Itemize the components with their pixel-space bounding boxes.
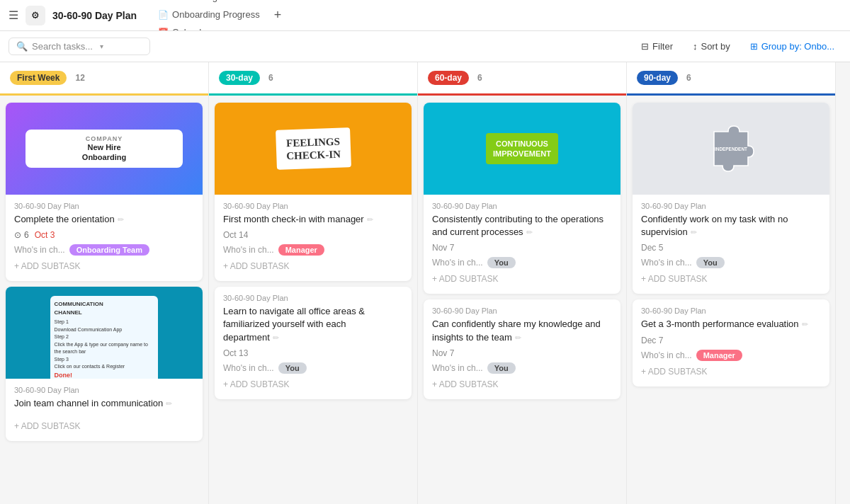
toolbar: 🔍 Search tasks... ▾ ⊟ Filter ↕ Sort by ⊞…	[0, 31, 850, 62]
assignee-row: Who's in ch... Manager	[223, 244, 403, 256]
search-box[interactable]: 🔍 Search tasks... ▾	[8, 38, 150, 55]
card-title: Complete the orientation✏	[14, 213, 194, 226]
card-info: Oct 14	[223, 230, 403, 240]
card-info: Dec 7	[641, 336, 821, 345]
assignee-badge: You	[278, 362, 307, 374]
add-subtask-button[interactable]: + ADD SUBTASK	[432, 271, 612, 287]
add-subtask-button[interactable]: + ADD SUBTASK	[641, 364, 821, 379]
assignee-label: Who's in ch...	[641, 258, 692, 268]
card-date: Oct 14	[223, 230, 248, 240]
card[interactable]: 30-60-90 Day Plan Learn to navigate all …	[215, 287, 412, 399]
assignee-row: Who's in ch... You	[432, 257, 612, 268]
nav-tab-plan[interactable]: ☰Onboarding Plan	[151, 0, 267, 6]
menu-icon[interactable]: ☰	[8, 8, 18, 22]
cards-area-first-week: COMPANY New HireOnboarding 30-60-90 Day …	[0, 96, 208, 504]
subtask-count: ⊙ 6	[14, 230, 29, 240]
card-body: 30-60-90 Day Plan Learn to navigate all …	[215, 287, 412, 399]
column-count-day30: 6	[268, 73, 273, 83]
sort-label: Sort by	[701, 41, 730, 52]
card-body: 30-60-90 Day Plan Join team channel in c…	[6, 379, 203, 441]
board: First Week 12 COMPANY New HireOnboarding…	[0, 62, 850, 504]
edit-icon[interactable]: ✏	[273, 333, 279, 342]
subtask-number: 6	[24, 230, 29, 240]
filter-icon: ⊟	[641, 41, 649, 52]
column-header-day60: 60-day 6	[418, 62, 626, 96]
card-info: ⊙ 6 Oct 3	[14, 230, 194, 240]
card-body: 30-60-90 Day Plan Get a 3-month performa…	[633, 299, 829, 386]
card[interactable]: COMMUNICATIONCHANNEL Step 1Download Comm…	[6, 287, 203, 441]
add-subtask-button[interactable]: + ADD SUBTASK	[641, 271, 821, 287]
card-image: INDEPENDENT	[633, 103, 829, 195]
column-day90: 90-day 6 INDEPENDENT 30-60-90 Day Plan C…	[627, 62, 836, 504]
assignee-row: Who's in ch... You	[432, 362, 612, 374]
column-header-first-week: First Week 12	[0, 62, 208, 96]
add-subtask-button[interactable]: + ADD SUBTASK	[223, 258, 403, 274]
card[interactable]: FEELINGSCHECK-IN 30-60-90 Day Plan First…	[215, 103, 412, 281]
column-tag-day60: 60-day	[428, 71, 469, 85]
cards-area-day90: INDEPENDENT 30-60-90 Day Plan Confidentl…	[627, 96, 835, 504]
cards-area-day30: FEELINGSCHECK-IN 30-60-90 Day Plan First…	[209, 96, 417, 504]
group-by-button[interactable]: ⊞ Group by: Onbo...	[743, 38, 842, 55]
nav-more-button[interactable]: +	[270, 6, 286, 24]
card-body: 30-60-90 Day Plan Confidently work on my…	[633, 195, 829, 294]
card-meta: 30-60-90 Day Plan	[14, 386, 194, 394]
nav-tab-calendar[interactable]: 📅Calendar	[151, 24, 267, 31]
column-day30: 30-day 6 FEELINGSCHECK-IN 30-60-90 Day P…	[209, 62, 418, 504]
add-subtask-button[interactable]: + ADD SUBTASK	[223, 377, 403, 392]
card-body: 30-60-90 Day Plan First month check-in w…	[215, 195, 412, 281]
card-title: Get a 3-month performance evaluation✏	[641, 318, 821, 331]
column-tag-first-week: First Week	[10, 71, 67, 85]
card-meta: 30-60-90 Day Plan	[641, 202, 821, 210]
tab-icon-plan: ☰	[158, 0, 166, 2]
assignee-label: Who's in ch...	[432, 363, 483, 373]
card-title: Learn to navigate all office areas & fam…	[223, 305, 403, 344]
card-info: Dec 5	[641, 243, 821, 253]
filter-button[interactable]: ⊟ Filter	[634, 38, 680, 55]
column-count-first-week: 12	[75, 73, 84, 83]
card-image: COMMUNICATIONCHANNEL Step 1Download Comm…	[6, 287, 203, 379]
edit-icon[interactable]: ✏	[526, 228, 533, 236]
edit-icon[interactable]: ✏	[166, 399, 172, 408]
nav-tabs: 📋Start here!🔲Onboarding Board☰Onboarding…	[151, 0, 267, 31]
card[interactable]: COMPANY New HireOnboarding 30-60-90 Day …	[6, 103, 203, 281]
assignee-label: Who's in ch...	[432, 258, 483, 268]
edit-icon[interactable]: ✏	[515, 333, 521, 342]
card-body: 30-60-90 Day Plan Consistently contribut…	[424, 195, 620, 294]
assignee-badge: You	[487, 257, 516, 268]
card[interactable]: 30-60-90 Day Plan Can confidently share …	[424, 299, 620, 399]
card-title: Consistently contributing to the operati…	[432, 213, 612, 239]
tab-icon-progress: 📄	[158, 10, 169, 20]
card-meta: 30-60-90 Day Plan	[432, 202, 612, 210]
svg-text:INDEPENDENT: INDEPENDENT	[715, 147, 747, 151]
column-tag-day30: 30-day	[219, 71, 260, 85]
assignee-badge: Manager	[278, 244, 324, 256]
edit-icon[interactable]: ✏	[118, 215, 124, 224]
edit-icon[interactable]: ✏	[802, 320, 808, 328]
assignee-row: Who's in ch... You	[641, 257, 821, 268]
card[interactable]: 30-60-90 Day Plan Get a 3-month performa…	[633, 299, 829, 386]
card[interactable]: INDEPENDENT 30-60-90 Day Plan Confidentl…	[633, 103, 829, 294]
card-info: Nov 7	[432, 348, 612, 358]
add-subtask-button[interactable]: + ADD SUBTASK	[14, 258, 194, 274]
search-placeholder: Search tasks...	[32, 41, 93, 52]
card[interactable]: CONTINUOUSIMPROVEMENT 30-60-90 Day Plan …	[424, 103, 620, 294]
add-subtask-button[interactable]: + ADD SUBTASK	[432, 377, 612, 392]
add-subtask-button[interactable]: + ADD SUBTASK	[14, 418, 194, 434]
assignee-label: Who's in ch...	[14, 245, 65, 255]
sort-button[interactable]: ↕ Sort by	[686, 38, 737, 55]
column-count-day90: 6	[686, 73, 691, 83]
edit-icon[interactable]: ✏	[367, 215, 373, 224]
assignee-label: Who's in ch...	[641, 350, 692, 360]
card-date: Nov 7	[432, 348, 454, 358]
card-meta: 30-60-90 Day Plan	[223, 294, 403, 302]
card-meta: 30-60-90 Day Plan	[432, 307, 612, 315]
edit-icon[interactable]: ✏	[691, 228, 697, 236]
card-meta: 30-60-90 Day Plan	[14, 202, 194, 210]
card-body: 30-60-90 Day Plan Can confidently share …	[424, 299, 620, 399]
column-header-day30: 30-day 6	[209, 62, 417, 96]
assignee-row: Who's in ch... Manager	[641, 350, 821, 361]
app-title: 30-60-90 Day Plan	[52, 10, 137, 21]
nav-tab-progress[interactable]: 📄Onboarding Progress	[151, 6, 267, 24]
column-first-week: First Week 12 COMPANY New HireOnboarding…	[0, 62, 209, 504]
group-label: Group by: Onbo...	[761, 41, 834, 52]
